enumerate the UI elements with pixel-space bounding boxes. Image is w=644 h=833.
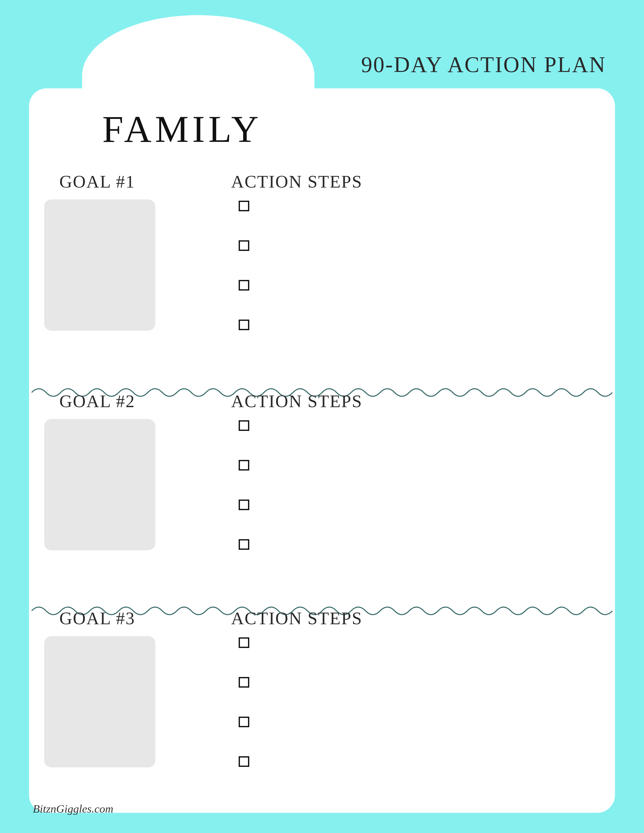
action-steps-label: ACTION STEPS bbox=[231, 172, 362, 192]
action-step-item bbox=[239, 500, 249, 510]
action-step-item bbox=[239, 717, 249, 727]
action-steps-list bbox=[239, 637, 249, 796]
checkbox-icon[interactable] bbox=[239, 320, 249, 330]
action-step-item bbox=[239, 280, 249, 291]
checkbox-icon[interactable] bbox=[239, 280, 249, 291]
category-title: FAMILY bbox=[102, 107, 262, 151]
action-steps-list bbox=[239, 420, 249, 579]
action-step-item bbox=[239, 201, 249, 211]
checkbox-icon[interactable] bbox=[239, 539, 249, 550]
action-step-item bbox=[239, 460, 249, 471]
action-step-item bbox=[239, 637, 249, 648]
page-title: 90-DAY ACTION PLAN bbox=[361, 52, 606, 77]
action-step-item bbox=[239, 240, 249, 251]
action-steps-list bbox=[239, 201, 249, 359]
goal-section-1: GOAL #1 ACTION STEPS bbox=[29, 172, 615, 391]
goal-input-area[interactable] bbox=[44, 636, 155, 767]
checkbox-icon[interactable] bbox=[239, 240, 249, 251]
goal-label: GOAL #2 bbox=[60, 391, 135, 412]
footer-credit: BitznGiggles.com bbox=[33, 802, 113, 815]
checkbox-icon[interactable] bbox=[239, 717, 249, 727]
goal-input-area[interactable] bbox=[44, 419, 155, 550]
action-step-item bbox=[239, 677, 249, 688]
action-step-item bbox=[239, 539, 249, 550]
action-steps-label: ACTION STEPS bbox=[231, 608, 362, 629]
checkbox-icon[interactable] bbox=[239, 677, 249, 688]
checkbox-icon[interactable] bbox=[239, 500, 249, 510]
checkbox-icon[interactable] bbox=[239, 637, 249, 648]
action-step-item bbox=[239, 756, 249, 767]
action-step-item bbox=[239, 420, 249, 431]
checkbox-icon[interactable] bbox=[239, 460, 249, 471]
checkbox-icon[interactable] bbox=[239, 201, 249, 211]
goal-input-area[interactable] bbox=[44, 199, 155, 331]
checkbox-icon[interactable] bbox=[239, 420, 249, 431]
goal-label: GOAL #3 bbox=[60, 608, 135, 629]
action-step-item bbox=[239, 320, 249, 330]
goal-section-2: GOAL #2 ACTION STEPS bbox=[29, 391, 615, 611]
plan-card: GOAL #1 ACTION STEPS GOAL #2 ACTION STEP… bbox=[29, 88, 615, 813]
goal-label: GOAL #1 bbox=[60, 172, 135, 192]
goal-section-3: GOAL #3 ACTION STEPS bbox=[29, 608, 615, 828]
action-steps-label: ACTION STEPS bbox=[231, 391, 362, 412]
checkbox-icon[interactable] bbox=[239, 756, 249, 767]
